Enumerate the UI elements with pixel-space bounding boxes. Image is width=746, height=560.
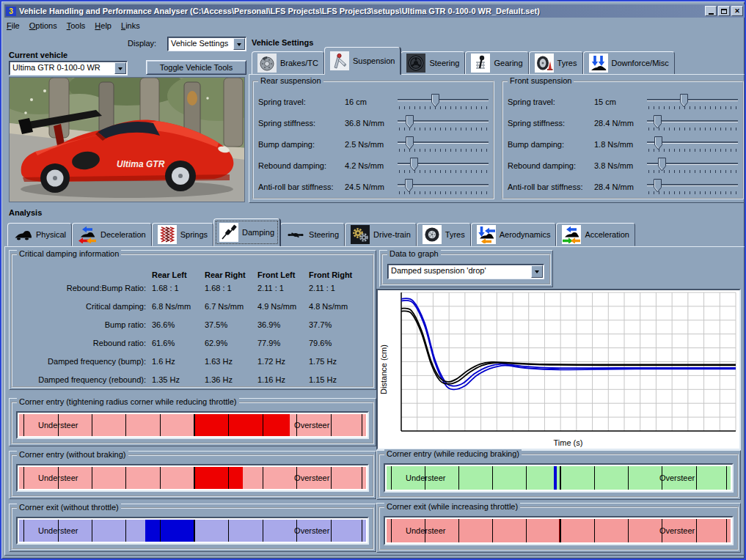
tab-downforce-misc[interactable]: Downforce/Misc [583,51,675,75]
setting-slider[interactable] [647,94,738,110]
critical-damping-table: Rear LeftRear RightFront LeftFront Right… [17,268,363,394]
table-column-header: Rear Right [205,268,257,284]
toggle-vehicle-tools-button[interactable]: Toggle Vehicle Tools [146,60,246,75]
table-cell-value: 1.15 Hz [309,375,363,394]
suspension-setting-row: Anti-roll bar stiffness:28.4 N/mm [503,176,742,197]
table-cell-value: 2.11 : 1 [309,284,363,302]
tab-physical[interactable]: Physical [7,223,72,246]
suspension-setting-row: Spring stiffness:28.4 N/mm [503,112,742,133]
menu-item-links[interactable]: Links [121,21,140,30]
tab-steering[interactable]: Steering [280,223,345,246]
balance-bar-group: Corner entry (tightening radius corner w… [11,402,374,444]
setting-slider[interactable] [398,115,489,131]
slider-tick-marks [648,106,736,110]
suspension-setting-row: Rebound damping:3.8 Ns/mm [503,155,742,176]
table-cell-value: 4.9 Ns/mm [257,302,309,320]
tab-deceleration[interactable]: Deceleration [72,223,152,246]
tab-tyres[interactable]: Tyres [529,51,583,75]
bar-scale-tick [492,519,493,542]
tab-aerodynamics[interactable]: Aerodynamics [471,223,557,246]
rear-suspension-caption: Rear suspension [258,76,323,85]
bar-scale-tick [362,520,362,542]
tab-springs[interactable]: Springs [152,223,213,246]
tab-acceleration[interactable]: Acceleration [556,223,635,246]
table-cell-value: 1.75 Hz [309,357,363,375]
maximize-icon [721,9,727,14]
tab-label: Brakes/TC [280,59,318,67]
graph-data-select[interactable]: Damped suspension 'drop' [387,264,544,279]
balance-indicator-segment [554,466,557,490]
tab-drive-train[interactable]: Drive-train [345,223,417,246]
current-vehicle-select[interactable]: Ultima GTR 0-100-0 WR [9,61,128,75]
tab-damping[interactable]: Damping [213,218,280,246]
table-cell-value: 6.7 Ns/mm [205,302,257,320]
menu-item-help[interactable]: Help [95,21,111,30]
tab-steering[interactable]: Steering [401,51,465,75]
bar-scale-tick [726,466,727,490]
current-vehicle-dropdown-button[interactable] [114,62,126,74]
display-label: Display: [128,39,156,48]
table-cell-value: 37.7% [309,320,363,339]
graph-plot-area [378,290,739,434]
setting-slider[interactable] [398,136,489,152]
table-row-label: Bump ratio: [17,320,152,339]
setting-value: 15 cm [594,97,647,106]
setting-slider[interactable] [398,179,489,195]
balance-bar-frame: UndersteerOversteer [16,411,369,439]
menu-item-file[interactable]: File [7,21,20,30]
graph-data-dropdown-button[interactable] [531,265,543,278]
display-select[interactable]: Vehicle Settings [167,37,246,51]
bar-scale-tick [594,466,595,490]
bar-scale-tick [526,466,527,490]
bar-scale-tick [263,467,263,489]
setting-slider[interactable] [398,94,489,110]
tab-suspension[interactable]: Suspension [324,47,401,75]
setting-slider[interactable] [647,179,738,195]
setting-slider[interactable] [647,158,738,174]
gears-icon [351,225,370,244]
bar-scale-tick [526,519,527,542]
bar-scale-tick [92,467,92,489]
tab-brakes-tc[interactable]: Brakes/TC [252,51,324,75]
bar-scale-tick [125,467,126,489]
maximize-button[interactable] [718,6,730,16]
setting-label: Anti-roll bar stiffness: [258,183,345,191]
oversteer-label: Oversteer [294,421,329,430]
bar-scale-tick [628,466,629,490]
setting-label: Spring stiffness: [258,119,345,128]
chevron-down-icon [237,43,241,48]
app-window: 3 Vehicle Handling and Performance Analy… [0,0,746,560]
setting-label: Spring stiffness: [508,119,594,128]
tab-label: Tyres [445,230,465,239]
bar-scale-tick [331,414,332,436]
damping-info-panel: Critical damping information Rear LeftRe… [9,250,376,390]
display-select-dropdown-button[interactable] [233,38,245,50]
suspension-setting-row: Spring travel:15 cm [503,91,742,112]
menu-item-tools[interactable]: Tools [67,21,86,30]
balance-bar-group: Corner exit (while increasing throttle)U… [379,506,739,550]
tab-tyres[interactable]: Tyres [417,223,471,246]
balance-bar-panel: Corner exit (without throttle)Understeer… [9,504,376,552]
setting-value: 28.4 N/mm [594,119,647,128]
balance-bar-caption: Corner exit (while increasing throttle) [384,502,520,511]
setting-slider[interactable] [398,158,489,174]
car-photo-illustration: Ultima GTR [10,78,245,202]
balance-bar-caption: Corner entry (while reducing braking) [384,449,522,458]
setting-slider[interactable] [647,115,738,131]
menu-item-options[interactable]: Options [29,21,57,30]
analysis-tab-page: Critical damping information Rear LeftRe… [4,246,745,556]
tab-gearing[interactable]: Gearing [465,51,528,75]
table-cell-value: 1.35 Hz [152,375,205,394]
tab-label: Damping [242,228,274,237]
bar-scale-tick [160,520,161,542]
suspension-setting-row: Spring stiffness:36.8 N/mm [254,112,493,133]
setting-slider[interactable] [647,136,738,152]
bar-scale-tick [263,414,263,436]
slider-tick-marks [399,149,487,152]
bar-scale-tick [23,414,24,436]
oversteer-label: Oversteer [294,526,329,535]
minimize-button[interactable] [705,6,717,16]
setting-value: 2.5 Ns/mm [345,140,398,149]
close-button[interactable]: ✕ [731,6,743,16]
chevron-down-icon [535,270,539,276]
